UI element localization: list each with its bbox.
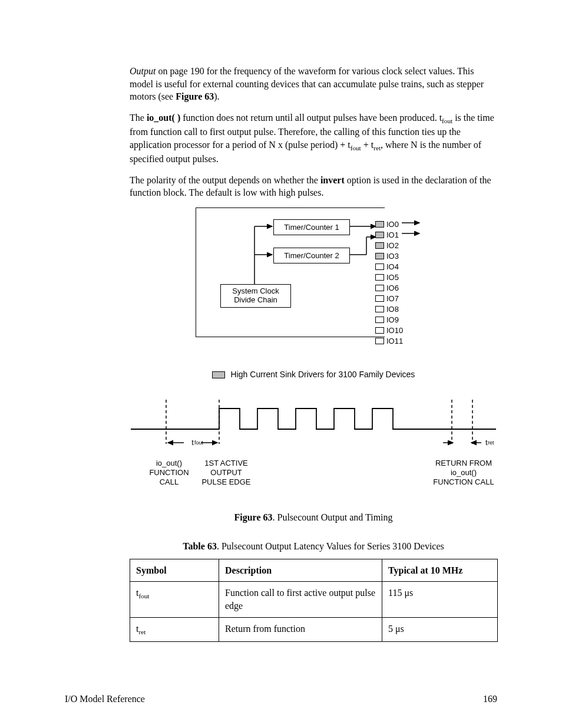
timing-diagram: t t fout ret io_out() FUNCTION CALL 1ST …	[131, 397, 496, 497]
tfout-sub-2: fout	[351, 144, 361, 151]
pin-box-icon	[375, 221, 384, 228]
sym-sub: fout	[138, 593, 149, 600]
p2-text-d: + t	[361, 140, 373, 150]
latency-table: Symbol Description Typical at 10 MHz tfo…	[130, 559, 498, 642]
pin-box-icon	[375, 317, 384, 323]
pin-label: IO2	[386, 241, 399, 250]
pin-label: IO1	[386, 230, 399, 239]
timer-counter-1-box: Timer/Counter 1	[273, 219, 350, 236]
figure-caption-num: Figure 63	[234, 512, 272, 522]
pin-io0: IO0	[375, 219, 422, 229]
timing-waveform: t t	[131, 397, 496, 456]
pin-io4: IO4	[375, 261, 422, 272]
pin-box-icon	[375, 253, 384, 259]
legend-text: High Current Sink Drivers for 3100 Famil…	[231, 370, 415, 379]
tret-sub: ret	[373, 144, 381, 151]
body-text: Output on page 190 for the frequency of …	[130, 65, 497, 642]
l2: FUNCTION	[149, 468, 189, 477]
table-header-row: Symbol Description Typical at 10 MHz	[130, 559, 498, 582]
timer-counter-2-box: Timer/Counter 2	[273, 248, 350, 264]
output-ref: Output	[130, 66, 156, 76]
cell-symbol-tret: tret	[130, 617, 219, 641]
pin-label: IO8	[386, 305, 399, 314]
pin-io8: IO8	[375, 304, 422, 314]
sys-line-2: Divide Chain	[234, 295, 277, 304]
l2: OUTPUT	[210, 468, 242, 477]
l3: PULSE EDGE	[201, 477, 250, 486]
pin-label: IO6	[386, 284, 399, 292]
figure-ref: Figure 63	[176, 91, 214, 101]
pin-box-icon	[375, 285, 384, 291]
pin-box-icon	[375, 274, 384, 281]
l1: 1ST ACTIVE	[204, 459, 247, 467]
page-footer: I/O Model Reference 169	[65, 694, 497, 704]
paragraph-3: The polarity of the output depends on wh…	[130, 174, 497, 199]
pin-box-icon	[375, 306, 384, 312]
th-description: Description	[219, 559, 382, 582]
paragraph-2: The io_out( ) function does not return u…	[130, 111, 497, 166]
pin-label: IO10	[386, 326, 403, 335]
cell-symbol-tfout: tfout	[130, 582, 219, 617]
io-out-fn: io_out( )	[147, 113, 180, 123]
cell-val: 115 μs	[382, 582, 498, 617]
cell-val: 5 μs	[382, 617, 498, 641]
pin-box-icon	[375, 338, 384, 344]
l3: CALL	[160, 477, 179, 486]
pin-io2: IO2	[375, 240, 422, 251]
pin-box-icon	[375, 295, 384, 302]
p2-text-a: The	[130, 113, 147, 123]
legend: High Current Sink Drivers for 3100 Famil…	[130, 369, 497, 380]
table-row: tfout Function call to first active outp…	[130, 582, 498, 617]
legend-swatch-icon	[212, 371, 225, 378]
label-first-edge: 1ST ACTIVE OUTPUT PULSE EDGE	[197, 459, 256, 487]
tfout-subscript: fout	[194, 439, 203, 446]
paragraph-1: Output on page 190 for the frequency of …	[130, 65, 497, 103]
cell-desc: Return from function	[219, 617, 382, 641]
pin-label: IO5	[386, 273, 399, 282]
pin-box-icon	[375, 232, 384, 238]
pin-label: IO4	[386, 262, 399, 271]
l3: FUNCTION CALL	[433, 477, 494, 486]
pin-io5: IO5	[375, 272, 422, 282]
table-caption-text: . Pulsecount Output Latency Values for S…	[217, 541, 444, 551]
pin-box-icon	[375, 327, 384, 334]
cell-desc: Function call to first active output pul…	[219, 582, 382, 617]
pin-io11: IO11	[375, 335, 422, 346]
sys-line-1: System Clock	[232, 286, 279, 295]
p3-text-a: The polarity of the output depends on wh…	[130, 175, 320, 185]
p2-text-b: function does not return until all outpu…	[180, 113, 442, 123]
l1: io_out()	[156, 459, 182, 467]
block-diagram: Timer/Counter 1 Timer/Counter 2 System C…	[196, 207, 431, 361]
pin-io9: IO9	[375, 314, 422, 325]
pin-label: IO3	[386, 252, 399, 261]
pin-label: IO7	[386, 294, 399, 303]
table-row: tret Return from function 5 μs	[130, 617, 498, 641]
table-caption-num: Table 63	[183, 541, 217, 551]
table-caption: Table 63. Pulsecount Output Latency Valu…	[130, 540, 497, 553]
l1: RETURN FROM	[435, 459, 492, 467]
pin-io3: IO3	[375, 251, 422, 261]
page: Output on page 190 for the frequency of …	[0, 0, 562, 728]
p1-text-b: ).	[214, 91, 219, 101]
tret-subscript: ret	[488, 439, 494, 446]
th-symbol: Symbol	[130, 559, 219, 582]
invert-option: invert	[320, 175, 345, 185]
th-typical: Typical at 10 MHz	[382, 559, 498, 582]
pin-io6: IO6	[375, 282, 422, 293]
figure-caption-text: . Pulsecount Output and Timing	[273, 512, 393, 522]
pin-box-icon	[375, 242, 384, 249]
label-return: RETURN FROM io_out() FUNCTION CALL	[425, 459, 502, 487]
pin-io10: IO10	[375, 325, 422, 335]
system-clock-box: System Clock Divide Chain	[220, 284, 291, 308]
pin-label: IO0	[386, 220, 399, 229]
footer-page-number: 169	[483, 694, 497, 704]
label-io-out-call: io_out() FUNCTION CALL	[143, 459, 196, 487]
pin-box-icon	[375, 263, 384, 270]
sym-sub: ret	[138, 628, 146, 635]
pin-io7: IO7	[375, 293, 422, 304]
l2: io_out()	[451, 468, 477, 477]
svg-text:t: t	[191, 438, 194, 447]
pin-label: IO11	[386, 337, 403, 345]
figure-caption: Figure 63. Pulsecount Output and Timing	[130, 511, 497, 524]
footer-title: I/O Model Reference	[65, 694, 145, 704]
